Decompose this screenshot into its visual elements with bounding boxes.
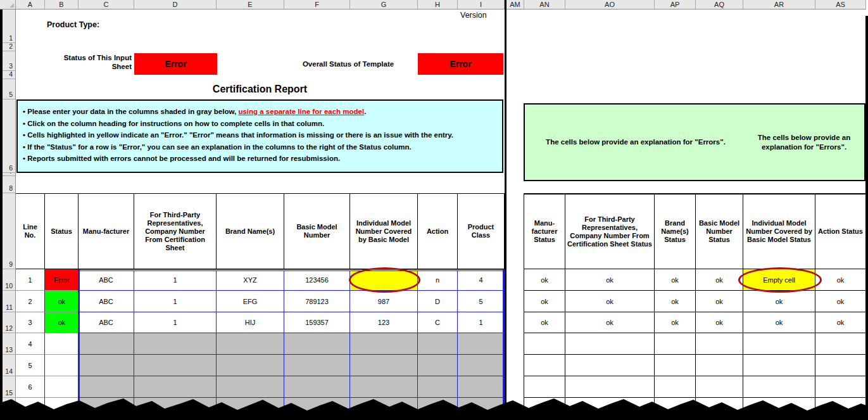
- left-table-column-header[interactable]: For Third-Party Representatives, Company…: [134, 194, 217, 269]
- data-cell[interactable]: 1: [134, 312, 217, 333]
- left-table-column-header[interactable]: Individual Model Number Covered by Basic…: [350, 194, 418, 269]
- right-table-column-header[interactable]: For Third-Party Representatives, Company…: [565, 194, 655, 269]
- data-cell[interactable]: [79, 355, 134, 376]
- data-cell[interactable]: 4: [458, 269, 505, 291]
- data-cell[interactable]: [79, 333, 134, 355]
- status-detail-cell[interactable]: [743, 355, 815, 376]
- status-detail-cell[interactable]: ok: [524, 269, 565, 291]
- status-detail-cell[interactable]: [815, 333, 866, 355]
- column-header-B[interactable]: B: [45, 0, 79, 10]
- row-header-5[interactable]: 5: [3, 79, 16, 99]
- left-table-column-header[interactable]: Action: [418, 194, 458, 269]
- row-header-13[interactable]: 13: [3, 333, 16, 355]
- left-table-column-header[interactable]: Manu-facturer: [79, 194, 134, 269]
- status-detail-cell[interactable]: ok: [696, 269, 743, 291]
- row-header-12[interactable]: 12: [3, 312, 16, 333]
- status-cell[interactable]: [45, 355, 79, 376]
- column-header-AM[interactable]: AM: [506, 0, 524, 10]
- column-header-AO[interactable]: AO: [565, 0, 655, 10]
- row-header-10[interactable]: 10: [3, 269, 16, 291]
- status-detail-cell[interactable]: ok: [565, 291, 655, 312]
- data-cell[interactable]: 123456: [284, 269, 350, 291]
- status-detail-cell[interactable]: ok: [565, 312, 655, 333]
- overall-status-value[interactable]: Error: [418, 53, 503, 75]
- data-cell[interactable]: [418, 355, 458, 376]
- data-cell[interactable]: [134, 333, 217, 355]
- status-detail-cell[interactable]: ok: [524, 312, 565, 333]
- status-detail-cell[interactable]: [565, 333, 655, 355]
- column-header-G[interactable]: G: [350, 0, 418, 10]
- data-cell[interactable]: 1: [134, 291, 217, 312]
- data-cell[interactable]: HIJ: [217, 312, 284, 333]
- data-cell[interactable]: 5: [458, 291, 505, 312]
- left-table-column-header[interactable]: Basic Model Number: [284, 194, 350, 269]
- data-cell[interactable]: [217, 333, 284, 355]
- row-header-3[interactable]: 3: [3, 51, 16, 71]
- row-header-8[interactable]: 8: [3, 176, 16, 193]
- row-header-11[interactable]: 11: [3, 291, 16, 312]
- column-header-D[interactable]: D: [134, 0, 217, 10]
- data-cell[interactable]: 987: [350, 291, 418, 312]
- status-cell[interactable]: [45, 333, 79, 355]
- status-cell[interactable]: Error: [45, 269, 79, 291]
- select-all-corner[interactable]: [0, 0, 16, 10]
- data-cell[interactable]: 1: [134, 269, 217, 291]
- input-sheet-status-value[interactable]: Error: [134, 53, 217, 75]
- data-cell[interactable]: XYZ: [217, 269, 284, 291]
- row-header-4[interactable]: 4: [3, 71, 16, 79]
- status-detail-cell[interactable]: ok: [815, 291, 866, 312]
- data-cell[interactable]: 159357: [284, 312, 350, 333]
- status-detail-cell[interactable]: [696, 355, 743, 376]
- left-table-column-header[interactable]: Brand Name(s): [217, 194, 284, 269]
- left-table-column-header[interactable]: Product Class: [458, 194, 505, 269]
- data-cell[interactable]: [418, 333, 458, 355]
- data-cell[interactable]: D: [418, 291, 458, 312]
- data-cell[interactable]: [350, 355, 418, 376]
- data-cell[interactable]: [458, 333, 505, 355]
- right-table-column-header[interactable]: Brand Name(s) Status: [655, 194, 696, 269]
- column-header-C[interactable]: C: [79, 0, 134, 10]
- left-table-column-header[interactable]: Status: [45, 194, 79, 269]
- status-detail-cell[interactable]: ok: [815, 269, 866, 291]
- data-cell[interactable]: [284, 333, 350, 355]
- column-header-AN[interactable]: AN: [524, 0, 565, 10]
- row-header-2[interactable]: 2: [3, 43, 16, 51]
- status-detail-cell[interactable]: ok: [655, 312, 696, 333]
- row-header-14[interactable]: 14: [3, 355, 16, 376]
- data-cell[interactable]: [134, 355, 217, 376]
- column-header-AQ[interactable]: AQ: [696, 0, 743, 10]
- status-detail-cell[interactable]: ok: [696, 312, 743, 333]
- status-cell[interactable]: ok: [45, 312, 79, 333]
- column-header-AP[interactable]: AP: [655, 0, 696, 10]
- data-cell[interactable]: [284, 355, 350, 376]
- right-table-column-header[interactable]: Individual Model Number Covered by Basic…: [743, 194, 815, 269]
- row-header-6[interactable]: 6: [3, 99, 16, 173]
- data-cell[interactable]: 789123: [284, 291, 350, 312]
- status-detail-cell[interactable]: [655, 333, 696, 355]
- column-header-E[interactable]: E: [217, 0, 284, 10]
- column-header-H[interactable]: H: [418, 0, 458, 10]
- data-cell[interactable]: EFG: [217, 291, 284, 312]
- data-cell[interactable]: ABC: [79, 312, 134, 333]
- status-detail-cell[interactable]: ok: [696, 291, 743, 312]
- column-header-AR[interactable]: AR: [743, 0, 815, 10]
- data-cell[interactable]: 123: [350, 312, 418, 333]
- status-detail-cell[interactable]: ok: [565, 269, 655, 291]
- line-no-cell[interactable]: 5: [16, 355, 45, 376]
- column-header-AS[interactable]: AS: [815, 0, 866, 10]
- separate-line-link[interactable]: using a separate line for each model: [238, 108, 364, 115]
- column-header-I[interactable]: I: [458, 0, 505, 10]
- status-detail-cell[interactable]: [524, 333, 565, 355]
- row-header-9[interactable]: 9: [3, 193, 16, 269]
- column-header-F[interactable]: F: [284, 0, 350, 10]
- status-detail-cell[interactable]: [565, 355, 655, 376]
- data-cell[interactable]: ABC: [79, 291, 134, 312]
- right-table-column-header[interactable]: Manu-facturer Status: [524, 194, 565, 269]
- line-no-cell[interactable]: 2: [16, 291, 45, 312]
- row-header-1[interactable]: 1: [3, 10, 16, 43]
- line-no-cell[interactable]: 3: [16, 312, 45, 333]
- status-detail-cell[interactable]: ok: [655, 269, 696, 291]
- right-table-column-header[interactable]: Action Status: [815, 194, 866, 269]
- data-cell[interactable]: C: [418, 312, 458, 333]
- right-table-column-header[interactable]: Basic Model Number Status: [696, 194, 743, 269]
